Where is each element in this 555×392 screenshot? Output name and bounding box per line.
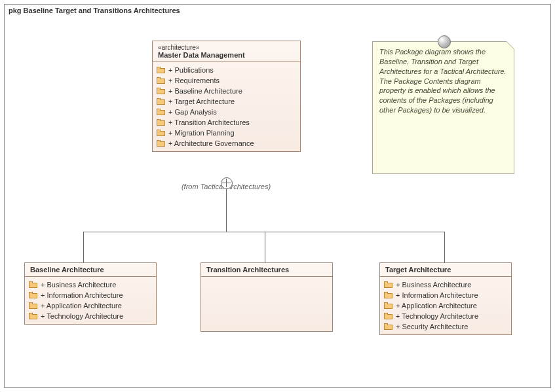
package-item: + Architecture Governance [157, 138, 296, 149]
package-target-architecture[interactable]: Target Architecture + Business Architect… [379, 262, 512, 335]
folder-icon [157, 77, 165, 84]
folder-icon [29, 313, 37, 319]
package-stereotype: «architecture» [158, 44, 295, 51]
package-item: + Technology Architecture [384, 311, 507, 321]
folder-icon [384, 292, 392, 298]
package-item: + Transition Architectures [157, 117, 296, 128]
nesting-connector-symbol [221, 177, 233, 189]
package-header: Transition Architectures [201, 263, 332, 277]
package-item: + Application Architecture [384, 300, 507, 311]
frame-title: pkg Baseline Target and Transitions Arch… [9, 7, 180, 14]
package-item: + Business Architecture [29, 279, 152, 290]
folder-icon [384, 281, 392, 288]
folder-icon [157, 98, 165, 105]
package-title: Master Data Management [158, 51, 295, 59]
package-item: + Baseline Architecture [157, 86, 296, 96]
folder-icon [29, 292, 37, 298]
folder-icon [384, 302, 392, 309]
folder-icon [157, 67, 165, 73]
package-body: + Business Architecture + Information Ar… [25, 277, 156, 324]
folder-icon [157, 109, 165, 115]
package-item: + Requirements [157, 75, 296, 86]
package-body [201, 277, 332, 282]
package-title: Transition Architectures [206, 266, 327, 274]
frame-title-tab: pkg Baseline Target and Transitions Arch… [4, 4, 187, 16]
package-item: + Business Architecture [384, 279, 507, 290]
package-item: + Gap Analysis [157, 107, 296, 117]
package-item: + Information Architecture [384, 290, 507, 300]
connector-line [444, 232, 445, 262]
package-transition-architectures[interactable]: Transition Architectures [201, 262, 333, 332]
folder-icon [157, 119, 165, 126]
package-baseline-architecture[interactable]: Baseline Architecture + Business Archite… [24, 262, 157, 325]
diagram-note[interactable]: This Package diagram shows the Baseline,… [372, 41, 514, 174]
package-body: + Business Architecture + Information Ar… [380, 277, 511, 334]
folder-icon [157, 140, 165, 147]
connector-line [83, 232, 445, 232]
package-item: + Migration Planning [157, 128, 296, 138]
folder-icon [157, 88, 165, 94]
package-title: Target Architecture [385, 266, 506, 274]
package-item: + Application Architecture [29, 300, 152, 311]
package-item: + Information Architecture [29, 290, 152, 300]
package-item: + Publications [157, 65, 296, 75]
package-title: Baseline Architecture [30, 266, 151, 274]
package-body: + Publications + Requirements + Baseline… [153, 62, 300, 151]
folder-icon [29, 281, 37, 288]
package-item: + Target Architecture [157, 96, 296, 107]
package-master-data-management[interactable]: «architecture» Master Data Management + … [152, 41, 301, 152]
folder-icon [384, 313, 392, 319]
package-header: Target Architecture [380, 263, 511, 277]
diagram-frame: pkg Baseline Target and Transitions Arch… [4, 4, 551, 388]
pin-icon [438, 35, 451, 48]
folder-icon [157, 130, 165, 136]
connector-line [265, 232, 265, 262]
package-item: + Security Architecture [384, 321, 507, 332]
package-header: «architecture» Master Data Management [153, 41, 300, 62]
package-item: + Technology Architecture [29, 311, 152, 321]
folder-icon [384, 323, 392, 330]
package-header: Baseline Architecture [25, 263, 156, 277]
folder-icon [29, 302, 37, 309]
connector-line [226, 188, 227, 232]
connector-line [83, 232, 84, 262]
diagram-canvas: pkg Baseline Target and Transitions Arch… [0, 0, 555, 392]
note-text: This Package diagram shows the Baseline,… [379, 48, 507, 114]
